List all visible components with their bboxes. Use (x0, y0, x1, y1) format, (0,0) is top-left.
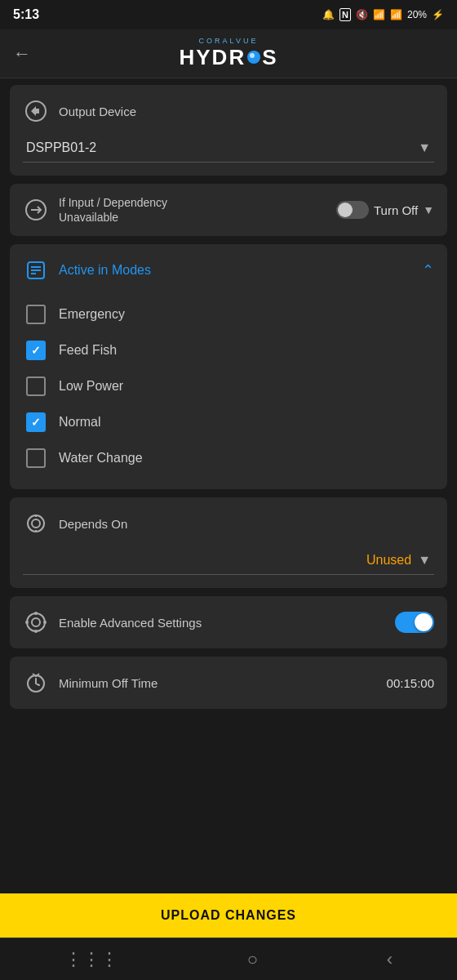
output-device-icon (23, 98, 49, 124)
min-time-icon (23, 670, 49, 696)
depends-on-value: Unused (366, 553, 411, 568)
svg-point-12 (43, 621, 47, 624)
output-device-dropdown[interactable]: DSPPB01-2 ▼ (23, 134, 434, 163)
mode-checkbox-feed-fish[interactable] (26, 341, 46, 360)
mode-checkbox-water-change[interactable] (26, 448, 46, 468)
turn-off-toggle[interactable] (336, 201, 369, 219)
modes-header: Active in Modes ⌃ (23, 257, 434, 283)
mode-label-feed-fish: Feed Fish (59, 343, 117, 358)
turn-off-chevron-icon: ▼ (423, 203, 434, 216)
advanced-settings-icon (23, 609, 49, 635)
min-time-label: Minimum Off Time (59, 676, 158, 690)
min-time-value: 00:15:00 (387, 676, 434, 690)
if-input-label: If Input / DependencyUnavailable (59, 195, 167, 225)
minimum-off-time-card: Minimum Off Time 00:15:00 (10, 657, 447, 709)
main-content: Output Device DSPPB01-2 ▼ If Input / Dep… (0, 78, 457, 893)
output-device-chevron-icon: ▼ (418, 140, 431, 155)
logo-container: CORALVUE HYDR S (179, 37, 277, 70)
signal-icon: 📶 (390, 9, 402, 20)
advanced-settings-label: Enable Advanced Settings (59, 616, 202, 630)
nav-back-icon[interactable]: ‹ (387, 949, 393, 970)
modes-chevron-icon[interactable]: ⌃ (422, 261, 434, 279)
modes-header-left: Active in Modes (23, 257, 151, 283)
svg-point-8 (27, 613, 45, 631)
mute-icon: 🔇 (356, 9, 368, 20)
mode-item-feed-fish: Feed Fish (23, 332, 434, 368)
depends-on-chevron-icon: ▼ (418, 553, 431, 568)
modes-list: EmergencyFeed FishLow PowerNormalWater C… (23, 296, 434, 476)
mode-checkbox-normal[interactable] (26, 412, 46, 432)
advanced-left: Enable Advanced Settings (23, 609, 202, 635)
nav-home-icon[interactable]: ○ (247, 949, 258, 970)
app-header: ← CORALVUE HYDR S (0, 29, 457, 78)
svg-point-3 (32, 519, 40, 528)
if-input-icon (23, 197, 49, 223)
battery-text: 20% (407, 9, 427, 20)
bottom-nav: ⋮⋮⋮ ○ ‹ (0, 938, 457, 980)
back-button[interactable]: ← (13, 43, 31, 65)
brand-name: CORALVUE (199, 37, 259, 45)
depends-on-label: Depends On (59, 517, 127, 531)
nav-menu-icon[interactable]: ⋮⋮⋮ (64, 949, 118, 970)
logo-text: HYDR S (179, 45, 277, 70)
mode-label-emergency: Emergency (59, 307, 125, 322)
modes-title: Active in Modes (59, 263, 151, 278)
output-device-value: DSPPB01-2 (26, 140, 96, 155)
svg-point-4 (28, 515, 44, 532)
mode-label-water-change: Water Change (59, 451, 143, 466)
depends-on-icon (23, 510, 49, 537)
logo-s-text: S (262, 45, 277, 70)
depends-header: Depends On (23, 510, 434, 537)
status-icons: 🔔 N 🔇 📶 📶 20% ⚡ (322, 8, 444, 21)
mode-label-normal: Normal (59, 415, 101, 430)
logo-hydros-text: HYDR (179, 45, 246, 70)
if-input-card: If Input / DependencyUnavailable Turn Of… (10, 184, 447, 236)
mode-checkbox-low-power[interactable] (26, 376, 46, 396)
advanced-settings-card: Enable Advanced Settings (10, 596, 447, 648)
logo-dot-icon (247, 51, 260, 64)
min-time-left: Minimum Off Time (23, 670, 158, 696)
if-input-left: If Input / DependencyUnavailable (23, 195, 167, 225)
mode-item-water-change: Water Change (23, 440, 434, 476)
depends-on-dropdown[interactable]: Unused ▼ (23, 546, 434, 575)
advanced-settings-toggle[interactable] (395, 612, 434, 633)
active-modes-card: Active in Modes ⌃ EmergencyFeed FishLow … (10, 244, 447, 489)
status-bar: 5:13 🔔 N 🔇 📶 📶 20% ⚡ (0, 0, 457, 29)
mode-item-low-power: Low Power (23, 368, 434, 404)
mode-item-emergency: Emergency (23, 296, 434, 332)
alarm-icon: 🔔 (322, 9, 335, 20)
wifi-icon: 📶 (373, 9, 385, 20)
svg-point-11 (25, 621, 29, 624)
output-device-card: Output Device DSPPB01-2 ▼ (10, 85, 447, 176)
upload-changes-button[interactable]: UPLOAD CHANGES (0, 893, 457, 938)
output-device-label: Output Device (59, 105, 136, 118)
mode-checkbox-emergency[interactable] (26, 305, 46, 324)
charging-icon: ⚡ (432, 9, 444, 20)
svg-point-7 (32, 618, 40, 626)
svg-point-10 (34, 630, 38, 633)
mode-label-low-power: Low Power (59, 379, 123, 394)
mode-item-normal: Normal (23, 404, 434, 440)
svg-point-9 (34, 612, 38, 615)
turn-off-label: Turn Off (374, 203, 418, 217)
depends-on-card: Depends On Unused ▼ (10, 497, 447, 588)
status-time: 5:13 (13, 7, 39, 22)
if-input-right[interactable]: Turn Off ▼ (336, 201, 434, 219)
output-device-header: Output Device (23, 98, 434, 124)
network-icon: N (339, 8, 351, 21)
modes-icon (23, 257, 49, 283)
